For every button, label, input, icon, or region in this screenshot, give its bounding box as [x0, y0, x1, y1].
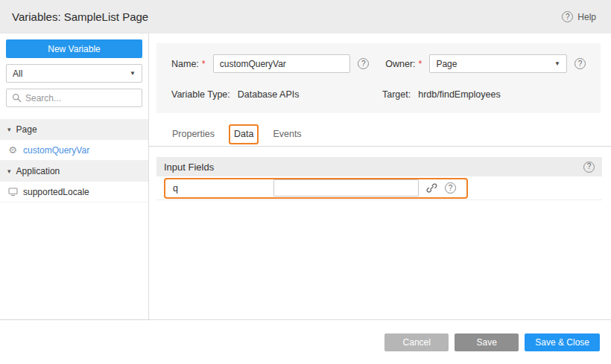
owner-selected-value: Page: [436, 59, 457, 69]
tree-group-label: Application: [16, 166, 60, 176]
field-q-value-input[interactable]: [273, 179, 419, 197]
locale-variable-icon: [7, 187, 18, 197]
target-label: Target:: [382, 89, 411, 100]
tree-item-label: customQueryVar: [23, 145, 89, 156]
input-fields-title: Input Fields: [164, 162, 214, 173]
main-panel: Name: * ? Owner: * Page ▼ ? Variable Typ…: [149, 33, 611, 319]
sidebar: New Variable All ▼ ▾ Page: [0, 33, 149, 319]
search-box: [6, 89, 142, 107]
dialog-header: Variables: SampleList Page ? Help: [0, 0, 611, 33]
variable-type-label: Variable Type:: [171, 89, 230, 100]
dialog-body: New Variable All ▼ ▾ Page: [0, 33, 611, 320]
tree-group-page[interactable]: ▾ Page: [0, 119, 148, 140]
field-name-label: q: [173, 183, 273, 194]
variables-tree: ▾ Page ⚙ customQueryVar ▾ Application su…: [0, 119, 148, 202]
tree-item-label: supportedLocale: [23, 187, 89, 197]
chevron-down-icon: ▼: [130, 70, 136, 77]
variable-type-value: Database APIs: [238, 89, 300, 100]
form-row-type-target: Variable Type: Database APIs Target: hrd…: [171, 89, 586, 100]
field-q-help-icon[interactable]: ?: [445, 182, 456, 194]
tab-properties[interactable]: Properties: [162, 124, 224, 146]
owner-select[interactable]: Page ▼: [429, 54, 567, 73]
variable-form: Name: * ? Owner: * Page ▼ ? Variable Typ…: [156, 43, 601, 113]
help-button[interactable]: ? Help: [562, 11, 596, 22]
caret-down-icon: ▾: [7, 126, 11, 133]
tree-group-label: Page: [16, 124, 37, 135]
form-row-name-owner: Name: * ? Owner: * Page ▼ ?: [171, 54, 586, 73]
input-field-row-q: q ?: [156, 176, 602, 200]
variable-name-input[interactable]: [213, 54, 351, 73]
tab-events[interactable]: Events: [263, 124, 311, 146]
tab-data-label: Data: [234, 129, 253, 139]
save-close-button[interactable]: Save & Close: [525, 333, 600, 351]
target-group: Target: hrdb/findEmployees: [382, 89, 501, 100]
tab-bar: Properties Data Events: [149, 124, 611, 147]
tree-group-application[interactable]: ▾ Application: [0, 161, 148, 182]
owner-help-icon[interactable]: ?: [574, 58, 586, 69]
new-variable-button[interactable]: New Variable: [6, 39, 142, 58]
required-marker: *: [202, 59, 206, 69]
gear-icon: ⚙: [7, 144, 18, 156]
tree-item-supportedlocale[interactable]: supportedLocale: [0, 182, 148, 202]
help-label: Help: [577, 12, 596, 22]
search-input[interactable]: [25, 93, 137, 103]
variables-dialog: Variables: SampleList Page ? Help New Va…: [0, 0, 611, 364]
input-fields-header: Input Fields ?: [156, 157, 602, 176]
save-button[interactable]: Save: [455, 333, 519, 351]
input-fields-help-icon[interactable]: ?: [583, 162, 595, 173]
search-icon: [11, 93, 22, 103]
variable-filter-select[interactable]: All ▼: [6, 64, 142, 83]
sidebar-controls: New Variable All ▼: [0, 33, 148, 113]
bind-variable-link-icon[interactable]: [426, 182, 437, 194]
required-marker: *: [419, 59, 422, 69]
cancel-button[interactable]: Cancel: [384, 333, 449, 351]
name-help-icon[interactable]: ?: [358, 58, 369, 69]
chevron-down-icon: ▼: [554, 60, 560, 67]
help-icon: ?: [562, 11, 573, 22]
tree-item-customqueryvar[interactable]: ⚙ customQueryVar: [0, 140, 148, 161]
tab-data[interactable]: Data: [224, 124, 263, 146]
name-label: Name:: [171, 59, 199, 69]
caret-down-icon: ▾: [7, 167, 11, 175]
target-value: hrdb/findEmployees: [418, 89, 500, 100]
dialog-footer: Cancel Save Save & Close: [0, 320, 611, 364]
owner-label: Owner:: [385, 59, 415, 69]
filter-selected-value: All: [13, 68, 22, 79]
page-title: Variables: SampleList Page: [12, 10, 148, 23]
